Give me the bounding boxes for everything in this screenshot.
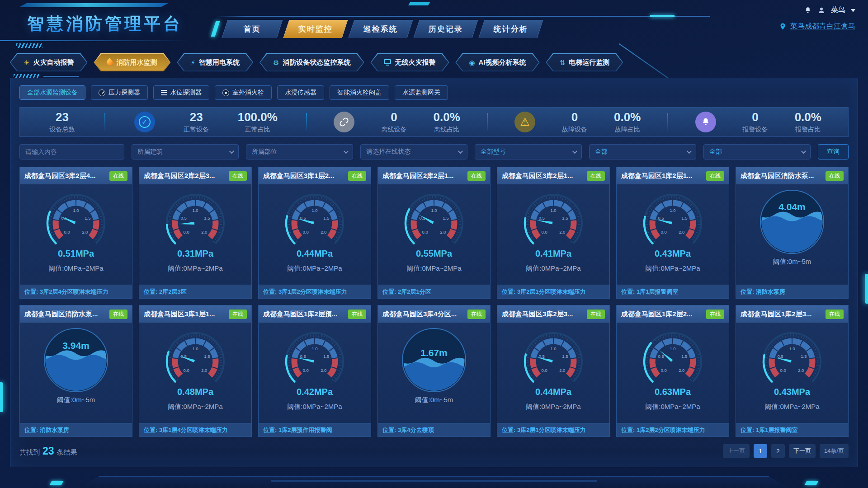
select-online-status[interactable]: 请选择在线状态 xyxy=(360,144,467,160)
threshold-label: 阈值:0MPa~2MPa xyxy=(287,264,342,273)
bell-icon[interactable] xyxy=(804,6,812,14)
pagination-prev-button[interactable]: 上一页 xyxy=(723,444,750,458)
select-part[interactable]: 所属部位 xyxy=(246,144,353,160)
site-link[interactable]: 菜鸟成都青白江盒马 xyxy=(790,22,855,31)
elevator-icon: ⇅ xyxy=(560,59,566,66)
filter-chip-label: 水浸传感器 xyxy=(285,89,316,97)
device-location: 位置: 消防水泵房 xyxy=(20,423,132,436)
device-card[interactable]: 成都盒马园区3库2层4...在线0.00.51.01.52.00.51MPa阈值… xyxy=(19,167,132,299)
device-title: 成都盒马园区2库2层3... xyxy=(144,172,215,180)
device-type-chips: 全部水源监测设备压力探测器水位探测器室外消火栓水浸传感器智能消火栓闷盖水源监测网… xyxy=(19,85,849,100)
nav-tab-label: 实时监控 xyxy=(298,24,333,34)
filter-chip-5[interactable]: 水浸传感器 xyxy=(277,85,324,100)
subnav-tab-label: 无线火灾报警 xyxy=(395,58,435,67)
device-card[interactable]: 成都盒马园区3库2层3...在线0.00.51.01.52.00.44MPa阈值… xyxy=(497,305,610,437)
svg-text:3.94m: 3.94m xyxy=(62,340,90,351)
pressure-gauge: 0.00.51.01.52.0 xyxy=(514,189,592,249)
filter-chip-2[interactable]: 压力探测器 xyxy=(91,85,148,100)
subnav-fire-water-monitor[interactable]: 消防用水监测 xyxy=(94,53,170,71)
select-all-1[interactable]: 全部 xyxy=(589,144,696,160)
threshold-label: 阈值:0m~5m xyxy=(773,258,811,266)
filter-chip-3[interactable]: 水位探测器 xyxy=(153,85,209,100)
nav-statistics[interactable]: 统计分析 xyxy=(479,20,543,38)
stat-label: 正常设备 xyxy=(184,126,209,134)
select-building[interactable]: 所属建筑 xyxy=(132,144,239,160)
device-title: 成都盒马园区消防水泵... xyxy=(24,310,98,319)
svg-text:2.0: 2.0 xyxy=(440,230,446,235)
filter-chip-1[interactable]: 全部水源监测设备 xyxy=(19,85,85,100)
nav-realtime-monitor[interactable]: 实时监控 xyxy=(283,20,348,38)
svg-text:2.0: 2.0 xyxy=(679,368,684,373)
filter-chip-6[interactable]: 智能消火栓闷盖 xyxy=(330,85,389,100)
nav-history[interactable]: 历史记录 xyxy=(414,20,478,38)
device-card[interactable]: 成都盒马园区消防水泵...在线4.04m阈值:0m~5m位置: 消防水泵房 xyxy=(736,167,849,299)
device-card[interactable]: 成都盒马园区3库1层1...在线0.00.51.01.52.00.48MPa阈值… xyxy=(139,305,252,437)
device-title: 成都盒马园区1库2层2... xyxy=(621,310,693,319)
device-title: 成都盒马园区3库2层1... xyxy=(502,172,573,180)
pagination-page-size[interactable]: 14条/页 xyxy=(820,444,849,458)
device-card[interactable]: 成都盒马园区2库2层3...在线0.00.51.01.52.00.31MPa阈值… xyxy=(139,167,252,299)
subnav-smart-electric[interactable]: ⚡智慧用电系统 xyxy=(177,53,253,71)
device-card[interactable]: 成都盒马园区2库2层1...在线0.00.51.01.52.00.55MPa阈值… xyxy=(377,167,491,299)
subnav-elevator-monitor[interactable]: ⇅电梯运行监测 xyxy=(546,53,623,71)
status-badge: 在线 xyxy=(706,171,724,181)
stat-fault: ⚠0故障设备0.0%故障占比 xyxy=(488,110,668,134)
stat-alarm: 0报警设备0.0%报警占比 xyxy=(668,110,848,134)
username[interactable]: 菜鸟 xyxy=(831,5,845,15)
filter-chip-4[interactable]: 室外消火栓 xyxy=(215,85,272,100)
device-card[interactable]: 成都盒马园区1库2层3...在线0.00.51.01.52.00.43MPa阈值… xyxy=(736,305,849,437)
subnav-wireless-fire-alarm[interactable]: 无线火灾报警 xyxy=(370,53,449,71)
svg-text:1.0: 1.0 xyxy=(431,208,437,213)
subnav-ai-video[interactable]: ◉AI视频分析系统 xyxy=(455,53,539,71)
device-card[interactable]: 成都盒马园区消防水泵...在线3.94m阈值:0m~5m位置: 消防水泵房 xyxy=(19,305,132,437)
title-underline-decor xyxy=(0,40,190,41)
stat-label: 离线占比 xyxy=(434,126,459,134)
stat-number: 23 xyxy=(56,110,69,124)
device-card-header: 成都盒马园区2库2层1...在线 xyxy=(378,167,490,184)
svg-text:2.0: 2.0 xyxy=(201,368,207,373)
device-card[interactable]: 成都盒马园区3库1层2...在线0.00.51.01.52.00.44MPa阈值… xyxy=(258,167,371,299)
device-card-body: 0.00.51.01.52.00.42MPa阈值:0MPa~2MPa xyxy=(259,323,371,423)
pressure-gauge: 0.00.51.01.52.0 xyxy=(753,327,831,388)
nav-home[interactable]: 首页 xyxy=(222,20,283,38)
nav-tab-label: 巡检系统 xyxy=(363,24,398,34)
nav-inspection[interactable]: 巡检系统 xyxy=(349,20,413,38)
pagination-page-1[interactable]: 1 xyxy=(754,444,767,458)
pagination-next-button[interactable]: 下一页 xyxy=(789,444,816,458)
stat-number: 0.0% xyxy=(434,110,460,124)
select-model[interactable]: 全部型号 xyxy=(475,144,582,160)
threshold-label: 阈值:0m~5m xyxy=(415,396,453,404)
title-decor-bar xyxy=(19,3,168,7)
stats-bar: 23设备总数✓23正常设备100.0%正常占比0离线设备0.0%离线占比⚠0故障… xyxy=(19,107,849,137)
pressure-gauge: 0.00.51.01.52.0 xyxy=(156,327,234,388)
query-button[interactable]: 查询 xyxy=(818,144,849,160)
device-card-body: 0.00.51.01.52.00.31MPa阈值:0MPa~2MPa xyxy=(139,184,251,285)
device-card[interactable]: 成都盒马园区3库4分区...在线1.67m阈值:0m~5m位置: 3库4分去楼顶 xyxy=(377,305,491,437)
device-title: 成都盒马园区1库2层预... xyxy=(263,310,337,319)
device-card[interactable]: 成都盒马园区3库2层1...在线0.00.51.01.52.00.41MPa阈值… xyxy=(497,167,610,299)
device-location: 位置: 1库1层报警阀室 xyxy=(617,285,729,298)
chevron-down-icon[interactable] xyxy=(851,9,855,14)
search-input[interactable] xyxy=(19,144,124,160)
select-all-2[interactable]: 全部 xyxy=(703,144,811,160)
pagination-page-2[interactable]: 2 xyxy=(771,444,785,458)
threshold-label: 阈值:0m~5m xyxy=(57,396,95,404)
device-card[interactable]: 成都盒马园区1库2层预...在线0.00.51.01.52.00.42MPa阈值… xyxy=(258,305,371,437)
subnav-device-status-monitor[interactable]: ⚙消防设备状态监控系统 xyxy=(259,53,364,71)
subnav-tab-label: 消防用水监测 xyxy=(116,58,157,67)
filter-chip-7[interactable]: 水源监测网关 xyxy=(395,85,448,100)
subnav-tab-label: 火灾自动报警 xyxy=(33,58,74,67)
main-nav: 首页实时监控巡检系统历史记录统计分析 xyxy=(213,19,547,39)
threshold-label: 阈值:0MPa~2MPa xyxy=(48,264,103,273)
subnav-fire-auto-alarm[interactable]: ☀火灾自动报警 xyxy=(10,53,87,71)
device-location: 位置: 1库2层预作用报警阀 xyxy=(259,423,371,436)
svg-text:4.04m: 4.04m xyxy=(778,202,806,212)
stat-label: 报警设备 xyxy=(743,126,768,134)
device-title: 成都盒马园区1库2层1... xyxy=(621,172,693,180)
stat-number: 0 xyxy=(571,110,578,124)
device-card[interactable]: 成都盒马园区1库2层1...在线0.00.51.01.52.00.43MPa阈值… xyxy=(616,167,729,299)
device-card[interactable]: 成都盒马园区1库2层2...在线0.00.51.01.52.00.63MPa阈值… xyxy=(616,305,729,437)
device-card-header: 成都盒马园区1库2层2...在线 xyxy=(617,305,729,323)
device-card-header: 成都盒马园区3库1层1...在线 xyxy=(139,305,251,323)
status-badge: 在线 xyxy=(348,171,366,181)
